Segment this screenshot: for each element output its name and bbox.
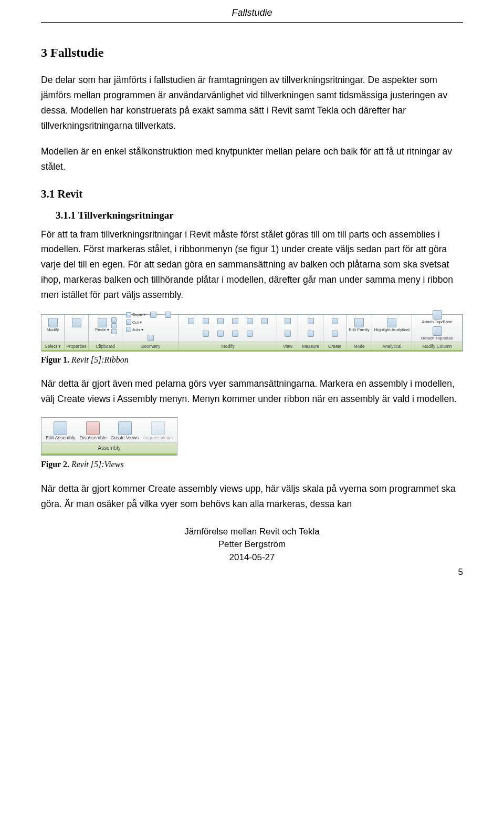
revit-ribbon: Modify Select ▾ Properties Paste ▾ Clipb…	[41, 314, 463, 351]
modify-tool-icon[interactable]	[199, 330, 213, 337]
heading-2: 3.1 Revit	[41, 185, 463, 203]
ribbon-group-label: Create	[323, 342, 346, 351]
body-paragraph: När detta är gjort även med pelarna görs…	[41, 376, 463, 407]
heading-3: 3.1.1 Tillverkningsritningar	[56, 207, 463, 223]
modify-tool-icon[interactable]	[243, 330, 257, 337]
acquire-views-icon: Acquire Views	[142, 421, 174, 441]
geometry-tool-icon[interactable]	[146, 311, 160, 318]
ribbon-group-label: Modify Column	[412, 342, 462, 351]
page-header: Fallstudie	[41, 5, 463, 23]
heading-1: 3 Fallstudie	[41, 43, 463, 64]
body-paragraph: De delar som har jämförts i fallstudien …	[41, 73, 463, 133]
ribbon-group-label: Geometry	[122, 342, 178, 351]
figure-caption: Figur 1. Revit [5]:Ribbon	[41, 353, 463, 367]
edit-family-icon[interactable]: Edit Family	[348, 317, 371, 333]
ribbon-group-label: View	[277, 342, 298, 351]
edit-assembly-icon[interactable]: Edit Assembly	[45, 421, 77, 441]
paste-icon[interactable]: Paste ▾	[94, 317, 110, 333]
create-views-icon[interactable]: Create Views	[110, 421, 140, 441]
panel-group-label: Assembly	[41, 442, 177, 454]
modify-tool-icon[interactable]: Modify	[46, 317, 60, 333]
ribbon-group-label: Analytical	[372, 342, 412, 351]
body-paragraph: När detta är gjort kommer Create assembl…	[41, 481, 463, 512]
modify-tool-icon[interactable]	[243, 317, 257, 325]
figure-caption: Figur 2. Revit [5]:Views	[41, 458, 463, 471]
measure-tool-icon[interactable]	[304, 317, 318, 325]
create-tool-icon[interactable]	[328, 317, 342, 325]
clipboard-mini-icons	[111, 317, 117, 334]
modify-tool-icon[interactable]	[184, 317, 198, 325]
view-tool-icon[interactable]	[281, 317, 295, 325]
modify-tool-icon[interactable]	[258, 317, 271, 325]
body-paragraph: Modellen är en enkel stålkonstruktion me…	[41, 144, 463, 174]
create-tool-icon[interactable]	[328, 330, 342, 337]
geometry-tool-icon[interactable]	[144, 334, 158, 342]
modify-tools	[180, 316, 276, 342]
ribbon-group-label: Mode	[346, 342, 372, 351]
modify-tool-icon[interactable]	[228, 317, 242, 325]
page-footer: Jämförelse mellan Revit och Tekla Petter…	[41, 525, 463, 564]
geometry-mini-icons: Cope ▾ Cut ▾ Join ▾	[126, 311, 145, 333]
ribbon-group-label: Measure	[298, 342, 323, 351]
ribbon-group-label: Modify	[179, 342, 277, 351]
ribbon-group-label: Properties	[65, 342, 88, 351]
modify-tool-icon[interactable]	[228, 330, 242, 337]
assembly-panel: Edit Assembly Disassemble Create Views A…	[41, 417, 177, 456]
body-paragraph: För att ta fram tillverkningsritningar i…	[41, 227, 463, 303]
attach-top-base-icon[interactable]: Attach Top/Base	[421, 310, 453, 325]
page-number: 5	[41, 565, 463, 580]
ribbon-group-label: Select ▾	[41, 342, 64, 351]
modify-tool-icon[interactable]	[214, 317, 227, 325]
ribbon-group-label: Clipboard	[89, 342, 122, 351]
properties-icon[interactable]	[70, 317, 83, 328]
view-tool-icon[interactable]	[281, 330, 295, 337]
disassemble-icon[interactable]: Disassemble	[78, 421, 108, 441]
measure-tool-icon[interactable]	[304, 330, 318, 337]
geometry-tool-icon[interactable]	[161, 311, 175, 318]
detach-top-base-icon[interactable]: Detach Top/Base	[420, 326, 454, 341]
modify-tool-icon[interactable]	[214, 330, 227, 337]
highlight-analytical-icon[interactable]: Highlight Analytical	[373, 317, 411, 333]
modify-tool-icon[interactable]	[199, 317, 213, 325]
